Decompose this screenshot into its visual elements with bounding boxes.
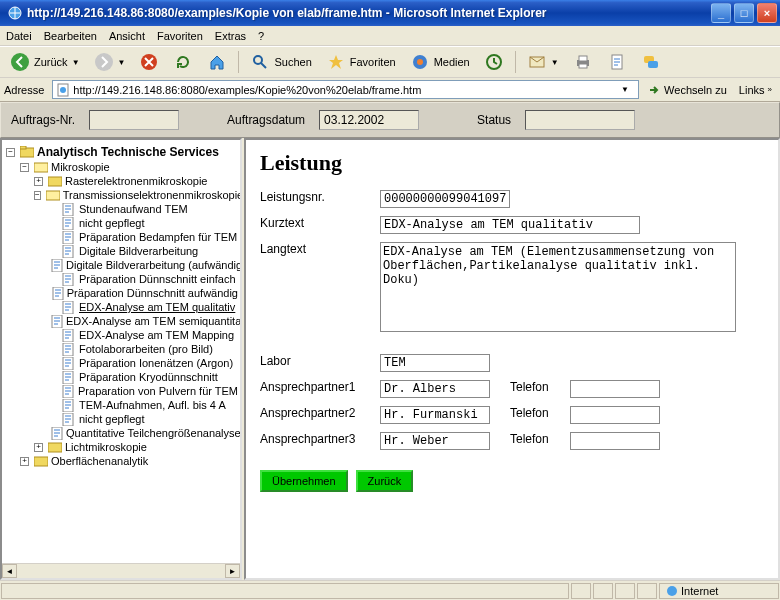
tel1-field[interactable] xyxy=(570,380,660,398)
menu-bearbeiten[interactable]: Bearbeiten xyxy=(44,30,97,42)
tree-item[interactable]: Digitale Bildverarbeitung (aufwändig) xyxy=(48,258,238,272)
search-button[interactable]: Suchen xyxy=(244,50,317,74)
labor-field[interactable] xyxy=(380,354,490,372)
tree-mikroskopie[interactable]: −Mikroskopie xyxy=(20,160,238,174)
tree-item[interactable]: Präparation Dünnschnitt aufwändig xyxy=(48,286,238,300)
discuss-button[interactable] xyxy=(635,50,667,74)
svg-point-1 xyxy=(11,53,29,71)
address-url: http://149.216.148.86:8080/examples/Kopi… xyxy=(73,84,618,96)
tree-item[interactable]: Praparation von Pulvern für TEM xyxy=(48,384,238,398)
back-button[interactable]: Zurück xyxy=(356,470,414,492)
form-band: Auftrags-Nr. Auftragsdatum Status xyxy=(0,102,780,138)
close-button[interactable]: × xyxy=(757,3,777,23)
stop-button[interactable] xyxy=(133,50,165,74)
folder-open-icon xyxy=(34,161,48,173)
history-button[interactable] xyxy=(478,50,510,74)
datum-field[interactable] xyxy=(319,110,419,130)
tree-scrollbar[interactable]: ◄► xyxy=(2,563,240,578)
print-button[interactable] xyxy=(567,50,599,74)
svg-rect-20 xyxy=(48,177,62,186)
tree-item[interactable]: Digitale Bildverarbeitung xyxy=(48,244,238,258)
mail-button[interactable]: ▼ xyxy=(521,50,565,74)
svg-rect-10 xyxy=(579,56,587,61)
tree-item[interactable]: Präparation Dünnschnitt einfach xyxy=(48,272,238,286)
tel3-label: Telefon xyxy=(510,432,570,446)
a1-field[interactable] xyxy=(380,380,490,398)
refresh-button[interactable] xyxy=(167,50,199,74)
a2-label: Ansprechpartner2 xyxy=(260,406,380,420)
svg-point-4 xyxy=(254,56,262,64)
window-titlebar: http://149.216.148.86:8080/examples/Kopi… xyxy=(0,0,780,26)
submit-button[interactable]: Übernehmen xyxy=(260,470,348,492)
folder-icon xyxy=(20,146,34,158)
media-icon xyxy=(410,52,430,72)
home-icon xyxy=(207,52,227,72)
document-icon xyxy=(52,287,64,299)
address-label: Adresse xyxy=(4,84,44,96)
tree-item[interactable]: TEM-Aufnahmen, Aufl. bis 4 A xyxy=(48,398,238,412)
tree-item[interactable]: Präparation Bedampfen für TEM xyxy=(48,230,238,244)
folder-icon xyxy=(48,441,62,453)
tree-item[interactable]: Präparation Ionenätzen (Argon) xyxy=(48,356,238,370)
forward-button[interactable]: ▼ xyxy=(88,50,132,74)
maximize-button[interactable]: □ xyxy=(734,3,754,23)
back-button[interactable]: Zurück ▼ xyxy=(4,50,86,74)
tree-item[interactable]: Fotolaborarbeiten (pro Bild) xyxy=(48,342,238,356)
discuss-icon xyxy=(641,52,661,72)
refresh-icon xyxy=(173,52,193,72)
statusbar: Internet xyxy=(0,580,780,600)
go-button[interactable]: Wechseln zu xyxy=(643,83,731,97)
address-field[interactable]: http://149.216.148.86:8080/examples/Kopi… xyxy=(52,80,639,99)
tel2-field[interactable] xyxy=(570,406,660,424)
datum-label: Auftragsdatum xyxy=(227,113,305,127)
links-button[interactable]: Links » xyxy=(735,84,776,96)
tree-item[interactable]: EDX-Analyse am TEM semiquantitativ xyxy=(48,314,238,328)
svg-rect-11 xyxy=(579,64,587,68)
tree-item[interactable]: EDX-Analyse am TEM Mapping xyxy=(48,328,238,342)
document-icon xyxy=(62,329,76,341)
tree-item[interactable]: Quantitative Teilchengrößenanalyse xyxy=(48,426,238,440)
home-button[interactable] xyxy=(201,50,233,74)
document-icon xyxy=(62,385,75,397)
lang-field[interactable] xyxy=(380,242,736,332)
status-field[interactable] xyxy=(525,110,635,130)
menu-ansicht[interactable]: Ansicht xyxy=(109,30,145,42)
auftrag-field[interactable] xyxy=(89,110,179,130)
tree-item[interactable]: nicht gepflegt xyxy=(48,216,238,230)
page-icon xyxy=(56,83,70,97)
menu-extras[interactable]: Extras xyxy=(215,30,246,42)
tree-oberfl[interactable]: +Oberflächenanalytik xyxy=(20,454,238,468)
document-icon xyxy=(51,427,63,439)
document-icon xyxy=(62,399,76,411)
minimize-button[interactable]: _ xyxy=(711,3,731,23)
menu-help[interactable]: ? xyxy=(258,30,264,42)
tree-item[interactable]: EDX-Analyse am TEM qualitativ xyxy=(48,300,238,314)
svg-point-2 xyxy=(95,53,113,71)
dropdown-icon[interactable]: ▼ xyxy=(621,85,635,94)
tree-root[interactable]: −Analytisch Technische Services xyxy=(6,144,238,160)
ie-icon xyxy=(7,5,23,21)
edit-button[interactable] xyxy=(601,50,633,74)
a2-field[interactable] xyxy=(380,406,490,424)
tree-item[interactable]: nicht gepflegt xyxy=(48,412,238,426)
zone-cell: Internet xyxy=(659,583,779,599)
tree-item[interactable]: Präparation Kryodünnschnitt xyxy=(48,370,238,384)
menu-favoriten[interactable]: Favoriten xyxy=(157,30,203,42)
print-icon xyxy=(573,52,593,72)
tree-item[interactable]: Stundenaufwand TEM xyxy=(48,202,238,216)
nr-field[interactable] xyxy=(380,190,510,208)
tree-tem[interactable]: −Transmissionselektronenmikroskopie xyxy=(34,188,238,202)
menu-datei[interactable]: Datei xyxy=(6,30,32,42)
document-icon xyxy=(62,217,76,229)
addressbar: Adresse http://149.216.148.86:8080/examp… xyxy=(0,78,780,102)
tel3-field[interactable] xyxy=(570,432,660,450)
media-button[interactable]: Medien xyxy=(404,50,476,74)
labor-label: Labor xyxy=(260,354,380,368)
a3-field[interactable] xyxy=(380,432,490,450)
window-title: http://149.216.148.86:8080/examples/Kopi… xyxy=(27,6,711,20)
tree-licht[interactable]: +Lichtmikroskopie xyxy=(34,440,238,454)
favorites-button[interactable]: Favoriten xyxy=(320,50,402,74)
tree-rem[interactable]: +Rasterelektronenmikroskopie xyxy=(34,174,238,188)
history-icon xyxy=(484,52,504,72)
kurz-field[interactable] xyxy=(380,216,640,234)
